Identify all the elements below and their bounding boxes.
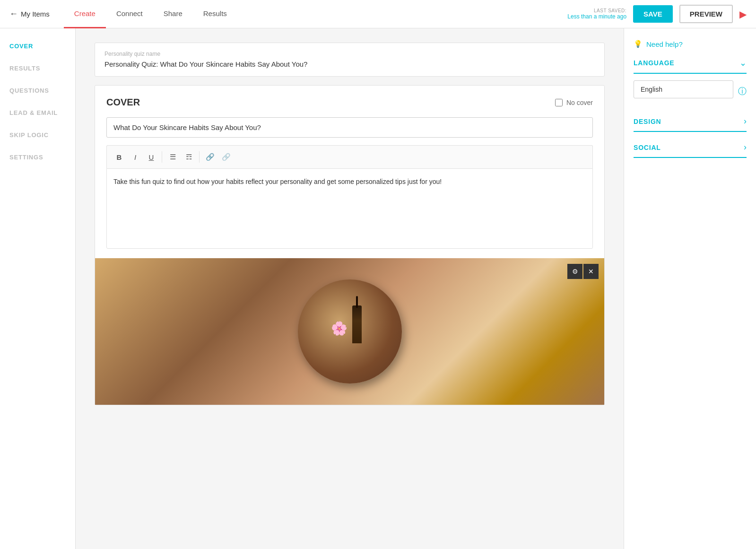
design-chevron-icon: › xyxy=(744,116,747,126)
language-row: English Spanish French German Portuguese… xyxy=(634,80,747,102)
social-section-row[interactable]: SOCIAL › xyxy=(634,138,747,158)
top-nav: ← My Items Create Connect Share Results … xyxy=(0,0,756,28)
back-to-my-items[interactable]: ← My Items xyxy=(9,9,50,19)
toolbar-divider-1 xyxy=(162,151,162,163)
last-saved-time: Less than a minute ago xyxy=(567,13,626,20)
design-section-row[interactable]: DESIGN › xyxy=(634,112,747,132)
underline-button[interactable]: U xyxy=(144,149,159,165)
sidebar-item-settings[interactable]: SETTINGS xyxy=(9,154,66,161)
main-layout: COVER RESULTS QUESTIONS LEAD & EMAIL SKI… xyxy=(0,28,756,549)
bullet-list-button[interactable]: ☰ xyxy=(165,149,180,165)
content-area: Personality quiz name COVER No cover B I… xyxy=(76,28,624,549)
quiz-name-input[interactable] xyxy=(104,60,595,68)
nav-tabs: Create Connect Share Results xyxy=(64,0,567,28)
back-label: My Items xyxy=(21,10,50,18)
tab-create[interactable]: Create xyxy=(64,0,106,28)
language-chevron-icon: ⌄ xyxy=(739,58,747,68)
unlink-button[interactable]: 🔗 xyxy=(218,149,234,165)
sidebar-item-results[interactable]: RESULTS xyxy=(9,65,66,72)
need-help-link[interactable]: 💡 Need help? xyxy=(634,40,747,48)
editor-toolbar: B I U ☰ ☶ 🔗 🔗 xyxy=(106,145,593,168)
social-chevron-icon: › xyxy=(744,142,747,152)
last-saved: LAST SAVED: Less than a minute ago xyxy=(567,8,626,20)
toolbar-divider-2 xyxy=(199,151,200,163)
nav-right: LAST SAVED: Less than a minute ago SAVE … xyxy=(567,5,747,23)
last-saved-label: LAST SAVED: xyxy=(567,8,626,13)
back-arrow-icon: ← xyxy=(9,9,18,19)
flowers-decoration: 🌸 xyxy=(331,322,359,341)
tab-connect[interactable]: Connect xyxy=(106,0,153,28)
design-section-title: DESIGN xyxy=(634,118,661,125)
bottle-dropper xyxy=(356,296,358,308)
cover-card-header: COVER No cover xyxy=(106,97,593,108)
image-remove-button[interactable]: ✕ xyxy=(583,264,599,279)
sidebar-item-lead-email[interactable]: LEAD & EMAIL xyxy=(9,109,66,116)
right-panel: 💡 Need help? LANGUAGE ⌄ English Spanish … xyxy=(624,28,756,549)
sidebar-item-cover[interactable]: COVER xyxy=(9,43,66,50)
preview-button[interactable]: PREVIEW xyxy=(679,5,733,23)
numbered-list-button[interactable]: ☶ xyxy=(181,149,196,165)
image-settings-button[interactable]: ⚙ xyxy=(567,264,582,279)
no-cover-checkbox[interactable] xyxy=(555,99,563,106)
cover-card-title: COVER xyxy=(106,97,140,108)
language-section-header[interactable]: LANGUAGE ⌄ xyxy=(634,58,747,74)
language-section-title: LANGUAGE xyxy=(634,59,675,67)
tab-share[interactable]: Share xyxy=(153,0,193,28)
cover-card: COVER No cover B I U ☰ ☶ 🔗 🔗 xyxy=(95,85,605,405)
italic-button[interactable]: I xyxy=(128,149,143,165)
share-icon[interactable]: ▶ xyxy=(739,9,747,20)
no-cover-label[interactable]: No cover xyxy=(555,99,593,106)
bold-button[interactable]: B xyxy=(112,149,127,165)
quiz-name-label: Personality quiz name xyxy=(104,51,595,57)
language-select[interactable]: English Spanish French German Portuguese xyxy=(634,80,733,98)
quiz-name-card: Personality quiz name xyxy=(95,43,605,77)
social-section-title: SOCIAL xyxy=(634,144,661,151)
image-container: 🌸 ⚙ ✕ xyxy=(95,258,604,405)
editor-body[interactable]: Take this fun quiz to find out how your … xyxy=(106,168,593,249)
sidebar-item-questions[interactable]: QUESTIONS xyxy=(9,87,66,94)
link-button[interactable]: 🔗 xyxy=(202,149,217,165)
language-help-icon[interactable]: ⓘ xyxy=(738,86,747,97)
save-button[interactable]: SAVE xyxy=(633,5,673,23)
tab-results[interactable]: Results xyxy=(193,0,237,28)
sidebar-item-skip-logic[interactable]: SKIP LOGIC xyxy=(9,131,66,139)
sidebar: COVER RESULTS QUESTIONS LEAD & EMAIL SKI… xyxy=(0,28,76,549)
cover-image: 🌸 xyxy=(95,258,604,405)
quiz-title-input[interactable] xyxy=(106,117,593,138)
image-controls: ⚙ ✕ xyxy=(567,264,599,279)
lightbulb-icon: 💡 xyxy=(634,40,643,48)
